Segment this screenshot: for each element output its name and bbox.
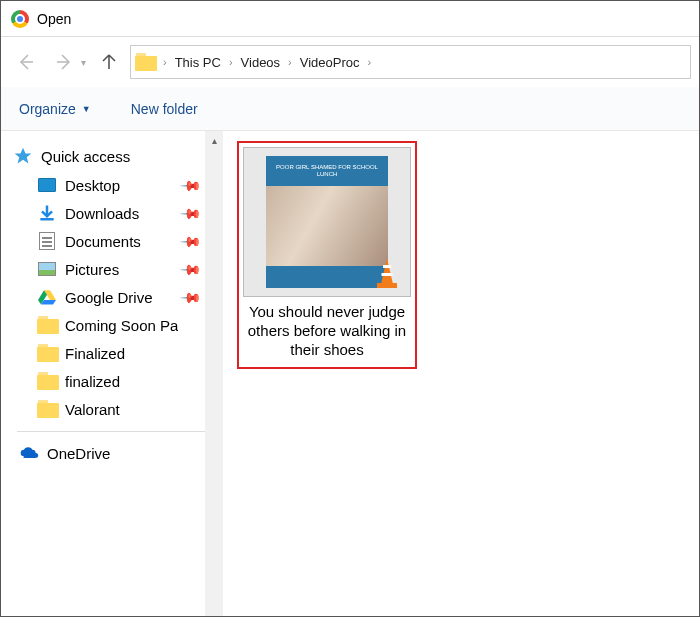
sidebar-item-label: Desktop [65, 177, 120, 194]
vlc-icon [370, 256, 404, 290]
folder-icon [37, 344, 57, 362]
sidebar-item-label: finalized [65, 373, 120, 390]
chevron-right-icon: › [229, 56, 233, 68]
chevron-right-icon: › [163, 56, 167, 68]
folder-icon [37, 372, 57, 390]
sidebar-item-label: Documents [65, 233, 141, 250]
downloads-icon [37, 204, 57, 222]
forward-button[interactable] [47, 45, 81, 79]
organize-label: Organize [19, 101, 76, 117]
sidebar-item-label: Downloads [65, 205, 139, 222]
documents-icon [37, 232, 57, 250]
svg-rect-8 [377, 283, 397, 288]
file-name: You should never judge others before wal… [243, 297, 411, 363]
sidebar-item-label: Finalized [65, 345, 125, 362]
svg-marker-0 [15, 148, 32, 164]
pin-icon: 📌 [179, 173, 202, 196]
sidebar-item-pictures[interactable]: Pictures 📌 [11, 255, 223, 283]
onedrive-label: OneDrive [47, 445, 110, 462]
window-title: Open [37, 11, 71, 27]
titlebar: Open [1, 1, 699, 37]
sidebar-onedrive[interactable]: OneDrive [11, 438, 223, 468]
sidebar-item-google-drive[interactable]: Google Drive 📌 [11, 283, 223, 311]
chevron-down-icon: ▼ [82, 104, 91, 114]
sidebar-item-coming-soon[interactable]: Coming Soon Pa [11, 311, 223, 339]
thumb-image [266, 186, 388, 266]
google-drive-icon [37, 288, 57, 306]
star-icon [13, 147, 33, 165]
svg-marker-5 [381, 258, 393, 284]
svg-rect-6 [383, 265, 391, 268]
desktop-icon [37, 176, 57, 194]
sidebar-item-label: Google Drive [65, 289, 153, 306]
address-bar[interactable]: › This PC › Videos › VideoProc › [130, 45, 691, 79]
new-folder-label: New folder [131, 101, 198, 117]
pin-icon: 📌 [179, 285, 202, 308]
sidebar-item-finalized-1[interactable]: Finalized [11, 339, 223, 367]
folder-icon [37, 316, 57, 334]
nav-row: ▾ › This PC › Videos › VideoProc › [1, 37, 699, 87]
sidebar-item-label: Valorant [65, 401, 120, 418]
svg-rect-7 [382, 273, 393, 276]
file-item[interactable]: POOR GIRL SHAMED FOR SCHOOL LUNCH You sh… [237, 141, 417, 369]
back-button[interactable] [9, 45, 43, 79]
sidebar-item-label: Coming Soon Pa [65, 317, 178, 334]
sidebar-item-finalized-2[interactable]: finalized [11, 367, 223, 395]
breadcrumb-this-pc[interactable]: This PC [175, 55, 221, 70]
onedrive-icon [19, 444, 39, 462]
sidebar-item-label: Pictures [65, 261, 119, 278]
sidebar-item-valorant[interactable]: Valorant [11, 395, 223, 423]
chrome-icon [11, 10, 29, 28]
sidebar-item-documents[interactable]: Documents 📌 [11, 227, 223, 255]
sidebar-item-desktop[interactable]: Desktop 📌 [11, 171, 223, 199]
chevron-right-icon: › [288, 56, 292, 68]
new-folder-button[interactable]: New folder [131, 101, 198, 117]
file-thumbnail: POOR GIRL SHAMED FOR SCHOOL LUNCH [243, 147, 411, 297]
chevron-right-icon: › [368, 56, 372, 68]
breadcrumb-videoproc[interactable]: VideoProc [300, 55, 360, 70]
up-button[interactable] [92, 45, 126, 79]
file-list-area[interactable]: POOR GIRL SHAMED FOR SCHOOL LUNCH You sh… [223, 131, 699, 617]
sidebar-quick-access[interactable]: Quick access [11, 141, 223, 171]
folder-icon [37, 400, 57, 418]
quick-access-label: Quick access [41, 148, 130, 165]
thumb-caption: POOR GIRL SHAMED FOR SCHOOL LUNCH [266, 156, 388, 186]
scroll-up-icon[interactable]: ▴ [205, 131, 223, 149]
pictures-icon [37, 260, 57, 278]
breadcrumb-videos[interactable]: Videos [241, 55, 281, 70]
organize-button[interactable]: Organize ▼ [19, 101, 91, 117]
svg-rect-1 [40, 218, 53, 221]
toolbar: Organize ▼ New folder [1, 87, 699, 131]
sidebar-item-downloads[interactable]: Downloads 📌 [11, 199, 223, 227]
sidebar: ▴ Quick access Desktop 📌 Downloads 📌 Doc… [1, 131, 223, 617]
history-dropdown-icon[interactable]: ▾ [81, 57, 86, 68]
pin-icon: 📌 [179, 257, 202, 280]
folder-icon [135, 53, 155, 71]
pin-icon: 📌 [179, 229, 202, 252]
main-area: ▴ Quick access Desktop 📌 Downloads 📌 Doc… [1, 131, 699, 617]
pin-icon: 📌 [179, 201, 202, 224]
sidebar-separator [17, 431, 207, 432]
